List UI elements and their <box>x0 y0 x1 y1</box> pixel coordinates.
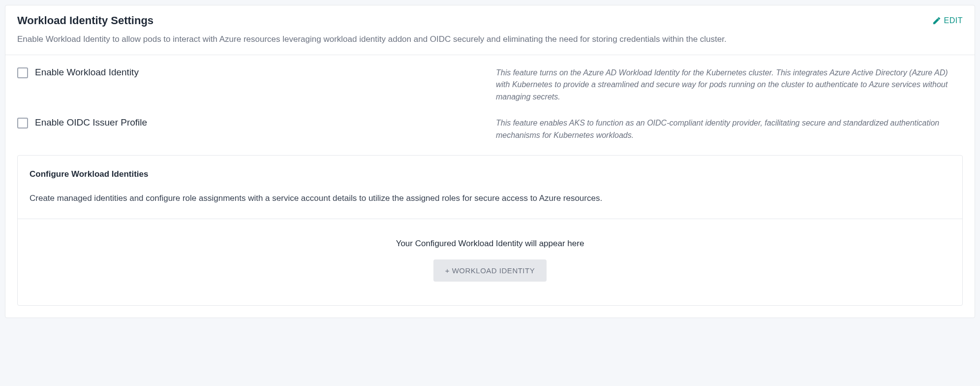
setting-help-text: This feature enables AKS to function as … <box>496 117 963 142</box>
setting-help-text: This feature turns on the Azure AD Workl… <box>496 67 963 103</box>
configure-body: Your Configured Workload Identity will a… <box>18 219 962 305</box>
card-title: Workload Identity Settings <box>17 14 153 27</box>
configure-title: Configure Workload Identities <box>30 169 950 179</box>
enable-oidc-issuer-checkbox[interactable] <box>17 118 28 129</box>
edit-label: EDIT <box>944 16 963 25</box>
empty-state-text: Your Configured Workload Identity will a… <box>30 239 950 249</box>
workload-identity-card: Workload Identity Settings EDIT Enable W… <box>5 5 975 318</box>
edit-button[interactable]: EDIT <box>932 16 963 25</box>
card-description: Enable Workload Identity to allow pods t… <box>17 33 963 46</box>
add-workload-identity-button[interactable]: + WORKLOAD IDENTITY <box>433 259 547 282</box>
card-body: Enable Workload Identity This feature tu… <box>5 55 975 318</box>
setting-row-workload-identity: Enable Workload Identity This feature tu… <box>17 67 963 103</box>
setting-row-oidc-issuer: Enable OIDC Issuer Profile This feature … <box>17 117 963 142</box>
header-top-row: Workload Identity Settings EDIT <box>17 14 963 27</box>
setting-label: Enable Workload Identity <box>35 67 139 78</box>
setting-left: Enable Workload Identity <box>17 67 484 103</box>
configure-description: Create managed identities and configure … <box>30 192 950 205</box>
card-header: Workload Identity Settings EDIT Enable W… <box>5 5 975 55</box>
pencil-icon <box>932 16 941 25</box>
setting-left: Enable OIDC Issuer Profile <box>17 117 484 142</box>
setting-label: Enable OIDC Issuer Profile <box>35 117 147 128</box>
enable-workload-identity-checkbox[interactable] <box>17 67 28 78</box>
configure-identities-card: Configure Workload Identities Create man… <box>17 155 963 306</box>
configure-header: Configure Workload Identities Create man… <box>18 156 962 219</box>
